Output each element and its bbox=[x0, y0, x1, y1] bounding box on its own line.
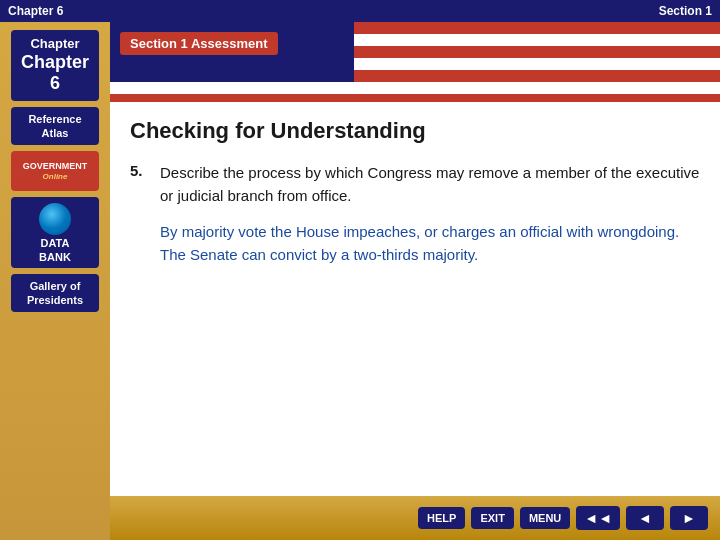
top-bar: Chapter 6 Section 1 bbox=[0, 0, 720, 22]
help-button[interactable]: HELP bbox=[418, 507, 465, 529]
menu-button[interactable]: MENU bbox=[520, 507, 570, 529]
sidebar-item-govt-online[interactable]: GOVERNMENT Online bbox=[11, 151, 99, 191]
question-item-5: 5. Describe the process by which Congres… bbox=[130, 162, 700, 207]
sidebar: Chapter Chapter 6 ReferenceAtlas GOVERNM… bbox=[0, 22, 110, 540]
content-title: Checking for Understanding bbox=[130, 118, 700, 144]
section-assessment-label: Section 1 Assessment bbox=[120, 32, 278, 55]
chapter-number-display: Chapter 6 bbox=[21, 52, 89, 94]
content-area: Section 1 Assessment Checking for Unders… bbox=[110, 22, 720, 540]
prev-arrow-button[interactable]: ◄◄ bbox=[576, 506, 620, 530]
data-bank-icon bbox=[39, 203, 71, 235]
back-button[interactable]: ◄ bbox=[626, 506, 664, 530]
content-body: Checking for Understanding 5. Describe t… bbox=[110, 102, 720, 496]
question-number: 5. bbox=[130, 162, 150, 207]
sidebar-item-reference-atlas[interactable]: ReferenceAtlas bbox=[11, 107, 99, 146]
bottom-nav-bar: HELP EXIT MENU ◄◄ ◄ ► bbox=[110, 496, 720, 540]
next-arrow-button[interactable]: ► bbox=[670, 506, 708, 530]
flag-background: Section 1 Assessment bbox=[110, 22, 720, 102]
exit-button[interactable]: EXIT bbox=[471, 507, 513, 529]
section-label: Section 1 bbox=[659, 4, 712, 18]
sidebar-item-gallery[interactable]: Gallery ofPresidents bbox=[11, 274, 99, 313]
chapter-label: Chapter 6 bbox=[8, 4, 63, 18]
chapter-badge: Chapter Chapter 6 bbox=[11, 30, 99, 101]
answer-text: By majority vote the House impeaches, or… bbox=[160, 221, 700, 266]
sidebar-item-data-bank[interactable]: DATABANK bbox=[11, 197, 99, 267]
question-text: Describe the process by which Congress m… bbox=[160, 162, 700, 207]
govt-online-logo: GOVERNMENT Online bbox=[21, 159, 90, 183]
main-layout: Chapter Chapter 6 ReferenceAtlas GOVERNM… bbox=[0, 22, 720, 540]
